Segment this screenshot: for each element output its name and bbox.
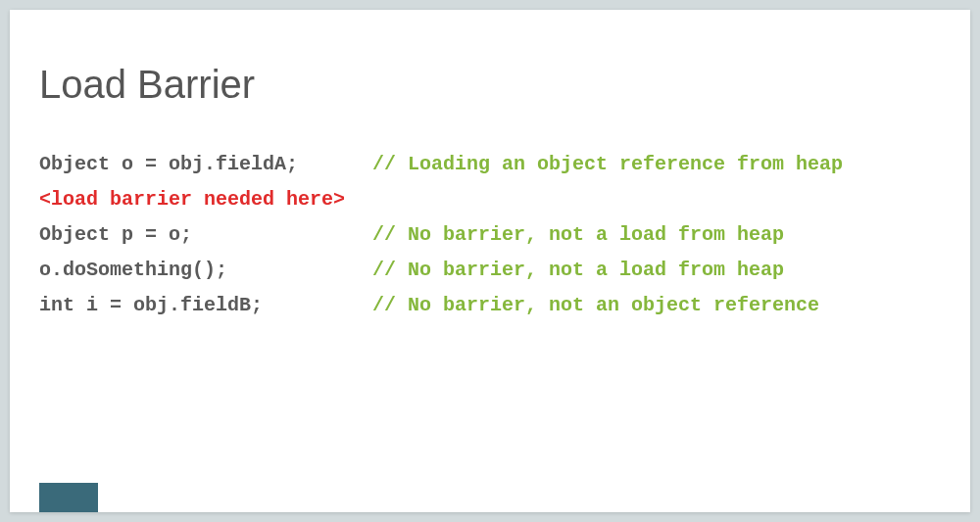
code-line: o.doSomething();// No barrier, not a loa… [39, 253, 843, 288]
slide-title: Load Barrier [39, 63, 255, 107]
code-block: Object o = obj.fieldA;// Loading an obje… [39, 147, 843, 323]
code-text: int i = obj.fieldB; [39, 288, 372, 323]
code-text: o.doSomething(); [39, 253, 372, 288]
code-text: Object o = obj.fieldA; [39, 147, 372, 182]
code-comment: // Loading an object reference from heap [372, 147, 843, 182]
code-text: Object p = o; [39, 217, 372, 253]
footer-logo-tab [39, 483, 98, 512]
code-comment: // No barrier, not a load from heap [372, 253, 784, 288]
code-line: int i = obj.fieldB;// No barrier, not an… [39, 288, 843, 323]
code-text-highlight: <load barrier needed here> [39, 182, 372, 217]
code-line: Object o = obj.fieldA;// Loading an obje… [39, 147, 843, 182]
code-comment: // No barrier, not a load from heap [372, 217, 784, 253]
code-line: Object p = o;// No barrier, not a load f… [39, 217, 843, 253]
slide: Load Barrier Object o = obj.fieldA;// Lo… [10, 10, 970, 512]
code-line: <load barrier needed here> [39, 182, 843, 217]
code-comment: // No barrier, not an object reference [372, 288, 819, 323]
